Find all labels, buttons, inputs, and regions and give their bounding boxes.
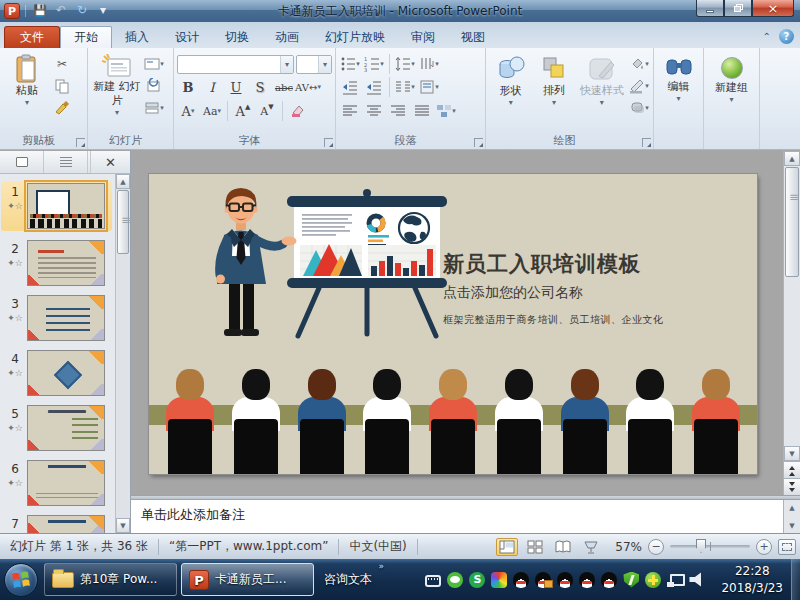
convert-smartart-button[interactable]: ▾: [435, 102, 457, 120]
columns-button[interactable]: ▾: [394, 78, 416, 96]
customize-quick-access-icon[interactable]: ▾: [94, 3, 112, 19]
tab-slides-thumbnails[interactable]: [0, 151, 44, 173]
clipboard-dialog-launcher[interactable]: [76, 138, 85, 147]
thumbnail-slide-5[interactable]: 5✦☆: [3, 405, 112, 451]
numbering-button[interactable]: 123▾: [363, 55, 385, 73]
qq-icon[interactable]: [557, 572, 573, 588]
scroll-down-icon[interactable]: ▼: [784, 446, 800, 461]
font-dialog-launcher[interactable]: [324, 138, 333, 147]
tab-动画[interactable]: 动画: [262, 26, 312, 48]
shape-fill-button[interactable]: ▾: [628, 55, 650, 73]
section-button[interactable]: ▾: [143, 99, 165, 117]
quick-styles-button[interactable]: 快速样式▾: [576, 51, 628, 134]
wechat-icon[interactable]: [447, 572, 463, 588]
theme-name[interactable]: “第一PPT，www.1ppt.com”: [159, 539, 339, 555]
thumbnail-preview[interactable]: [27, 183, 105, 229]
align-left-button[interactable]: [339, 102, 361, 120]
toolbar-overflow-icon[interactable]: »: [378, 561, 384, 571]
notes-pane[interactable]: 单击此处添加备注 ▲ ▼: [131, 500, 800, 533]
qq-icon[interactable]: [579, 572, 595, 588]
close-panel-icon[interactable]: ✕: [90, 151, 130, 173]
scrollbar-thumb[interactable]: [785, 167, 799, 277]
bold-button[interactable]: B: [177, 78, 199, 96]
thumbnail-preview[interactable]: [27, 460, 105, 506]
new-slide-button[interactable]: 新建 幻灯片▾: [91, 51, 143, 134]
scroll-up-icon[interactable]: ▲: [784, 151, 800, 166]
network-icon[interactable]: [667, 572, 683, 588]
help-icon[interactable]: ?: [779, 29, 794, 44]
thumbnail-preview[interactable]: [27, 350, 105, 396]
vertical-scrollbar[interactable]: ▲ ▼: [783, 151, 800, 495]
zoom-slider[interactable]: [670, 545, 750, 548]
italic-button[interactable]: I: [201, 78, 223, 96]
title-bar[interactable]: P 💾 ↶ ↻ ▾ 卡通新员工入职培训 - Microsoft PowerPoi…: [0, 0, 800, 22]
arrange-button[interactable]: 排列▾: [532, 51, 575, 134]
reading-view-button[interactable]: [552, 538, 574, 556]
slide-title-block[interactable]: 新员工入职培训模板 点击添加您的公司名称 框架完整适用于商务培训、员工培训、企业…: [443, 250, 664, 327]
slide-show-button[interactable]: [580, 538, 602, 556]
bullets-button[interactable]: ▾: [339, 55, 361, 73]
cut-button[interactable]: ✂: [51, 55, 73, 73]
new-group-button[interactable]: 新建组▾: [707, 51, 756, 134]
thumbnail-preview[interactable]: [27, 405, 105, 451]
slide-canvas[interactable]: 新员工入职培训模板 点击添加您的公司名称 框架完整适用于商务培训、员工培训、企业…: [131, 151, 800, 495]
thumbnail-slide-2[interactable]: 2✦☆: [3, 240, 112, 286]
volume-icon[interactable]: [689, 572, 705, 588]
qq-icon[interactable]: [601, 572, 617, 588]
tab-切换[interactable]: 切换: [212, 26, 262, 48]
thumbnail-slide-4[interactable]: 4✦☆: [3, 350, 112, 396]
scroll-up-icon[interactable]: ▲: [116, 174, 130, 189]
clear-formatting-button[interactable]: [287, 102, 309, 120]
tab-设计[interactable]: 设计: [162, 26, 212, 48]
qq-briefcase-icon[interactable]: [535, 572, 551, 588]
increase-indent-button[interactable]: [363, 78, 385, 96]
taskbar-item-powerpoint[interactable]: P卡通新员工...: [181, 563, 314, 596]
qq-icon[interactable]: [513, 572, 529, 588]
tab-file[interactable]: 文件: [4, 26, 60, 48]
restore-button[interactable]: [724, 0, 752, 17]
tab-开始[interactable]: 开始: [60, 26, 112, 48]
decrease-indent-button[interactable]: [339, 78, 361, 96]
thumbnail-slide-6[interactable]: 6✦☆: [3, 460, 112, 506]
360-safety-icon[interactable]: [645, 572, 661, 588]
reset-button[interactable]: [143, 77, 165, 95]
save-button[interactable]: 💾: [31, 3, 49, 19]
thumbnail-slide-1[interactable]: 1✦☆: [1, 181, 112, 231]
sogou-input-icon[interactable]: [491, 572, 507, 588]
language-status[interactable]: 中文(中国): [339, 539, 417, 555]
layout-button[interactable]: ▾: [143, 55, 165, 73]
thumbnail-slide-3[interactable]: 3✦☆: [3, 295, 112, 341]
align-text-button[interactable]: ▾: [418, 78, 440, 96]
close-button[interactable]: ×: [752, 0, 794, 17]
scroll-up-icon[interactable]: ▲: [784, 500, 800, 515]
paragraph-dialog-launcher[interactable]: [474, 138, 483, 147]
normal-view-button[interactable]: [496, 538, 518, 556]
skype-icon[interactable]: S: [469, 572, 485, 588]
grow-font-button[interactable]: A▲: [232, 102, 254, 120]
format-painter-button[interactable]: [51, 99, 73, 117]
strikethrough-button[interactable]: abc: [273, 78, 295, 96]
shape-effects-button[interactable]: ▾: [628, 99, 650, 117]
zoom-in-icon[interactable]: +: [756, 539, 772, 555]
keyboard-icon[interactable]: [425, 575, 441, 587]
taskbar-item-folder[interactable]: 第10章 Pow...: [44, 563, 177, 596]
text-direction-button[interactable]: ▾: [418, 55, 440, 73]
change-case-button[interactable]: Aa▾: [201, 102, 223, 120]
align-center-button[interactable]: [363, 102, 385, 120]
panel-scrollbar[interactable]: ▲ ▼: [115, 174, 130, 533]
zoom-slider-thumb[interactable]: [696, 539, 706, 553]
start-button[interactable]: [0, 559, 42, 600]
minimize-button[interactable]: [696, 0, 724, 17]
font-size-combo[interactable]: ▾: [296, 55, 332, 74]
text-shadow-button[interactable]: S: [249, 78, 271, 96]
line-spacing-button[interactable]: ▾: [394, 55, 416, 73]
notes-placeholder[interactable]: 单击此处添加备注: [131, 500, 783, 533]
tab-outline[interactable]: [44, 151, 88, 173]
shape-outline-button[interactable]: ▾: [628, 77, 650, 95]
scroll-down-icon[interactable]: ▼: [784, 518, 800, 533]
align-right-button[interactable]: [387, 102, 409, 120]
shapes-button[interactable]: 形状▾: [489, 51, 532, 134]
underline-button[interactable]: U: [225, 78, 247, 96]
scrollbar-thumb[interactable]: [117, 190, 129, 254]
fit-slide-to-window-button[interactable]: [778, 539, 796, 555]
